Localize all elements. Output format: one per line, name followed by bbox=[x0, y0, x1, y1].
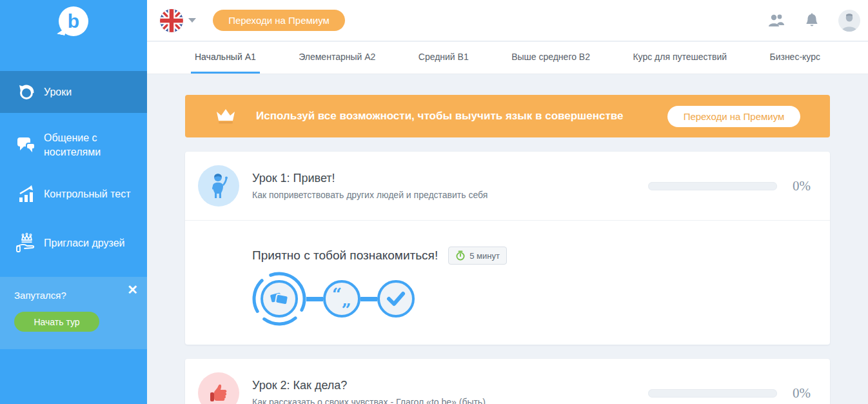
tab-intermediate-b1[interactable]: Средний B1 bbox=[415, 42, 473, 74]
sidebar-item-conversations[interactable]: Общение с носителями bbox=[0, 128, 147, 162]
language-flag-icon[interactable] bbox=[160, 9, 183, 32]
level-tabs: Начальный A1 Элементарный A2 Средний B1 … bbox=[147, 42, 868, 74]
sidebar-item-invite-friends[interactable]: Пригласи друзей bbox=[0, 227, 147, 260]
logo-letter: b bbox=[68, 12, 79, 31]
tab-travel-course[interactable]: Курс для путешествий bbox=[629, 42, 731, 74]
close-icon[interactable]: ✕ bbox=[127, 282, 138, 298]
friends-icon[interactable] bbox=[767, 14, 785, 28]
step-connector bbox=[360, 297, 377, 301]
lesson-1-card: Урок 1: Привет! Как поприветствовать дру… bbox=[185, 152, 830, 345]
chart-arrow-icon bbox=[15, 185, 37, 204]
lesson-subtitle: Как поприветствовать других людей и пред… bbox=[252, 190, 488, 200]
logo[interactable]: b bbox=[0, 0, 147, 71]
unit-title: Приятно с тобой познакомиться! bbox=[252, 248, 438, 263]
main-content: Используй все возможности, чтобы выучить… bbox=[147, 74, 868, 404]
hand-crown-icon bbox=[15, 232, 37, 254]
review-step[interactable] bbox=[377, 280, 415, 318]
lesson-subtitle: Как рассказать о своих чувствах - Глагол… bbox=[252, 397, 486, 404]
crown-icon bbox=[215, 108, 237, 125]
top-bar: Переходи на Премиум bbox=[147, 0, 868, 41]
chat-bubbles-icon bbox=[15, 136, 37, 154]
duration-badge: 5 минут bbox=[448, 247, 507, 265]
lesson-1-expanded: Приятно с тобой познакомиться! 5 минут bbox=[185, 221, 830, 345]
progress-bar bbox=[648, 182, 777, 190]
tab-beginner-a1[interactable]: Начальный A1 bbox=[191, 42, 260, 74]
lesson-2-header[interactable]: Урок 2: Как дела? Как рассказать о своих… bbox=[185, 359, 830, 404]
premium-banner: Используй все возможности, чтобы выучить… bbox=[185, 95, 830, 137]
dialogue-step[interactable]: “„ bbox=[323, 280, 360, 318]
tab-business-course[interactable]: Бизнес-курс bbox=[765, 42, 824, 74]
sidebar-item-label: Пригласи друзей bbox=[44, 236, 124, 250]
topbar-right-icons bbox=[767, 10, 868, 32]
tour-question: Запутался? bbox=[14, 290, 133, 301]
lesson-steps: “„ bbox=[252, 272, 830, 326]
sidebar-item-label: Общение с носителями bbox=[44, 131, 137, 159]
step-connector bbox=[306, 297, 323, 301]
progress-bar bbox=[648, 389, 777, 398]
lesson-1-header[interactable]: Урок 1: Привет! Как поприветствовать дру… bbox=[185, 152, 830, 220]
banner-text: Используй все возможности, чтобы выучить… bbox=[256, 110, 623, 123]
lesson-title: Урок 2: Как дела? bbox=[252, 379, 486, 392]
waving-person-icon bbox=[198, 165, 239, 207]
sidebar-item-label: Контрольный тест bbox=[44, 187, 131, 201]
checkmark-icon bbox=[386, 291, 406, 307]
duration-label: 5 минут bbox=[469, 251, 500, 261]
premium-button[interactable]: Переходи на Премиум bbox=[213, 10, 345, 31]
progress-value: 0% bbox=[793, 178, 811, 194]
flashcards-step[interactable] bbox=[252, 272, 306, 326]
notifications-bell-icon[interactable] bbox=[805, 13, 819, 28]
progress-value: 0% bbox=[793, 385, 811, 401]
quotes-icon: “„ bbox=[332, 289, 351, 308]
lesson-title: Урок 1: Привет! bbox=[252, 172, 488, 185]
sidebar-item-placement-test[interactable]: Контрольный тест bbox=[0, 177, 147, 211]
flashcards-icon bbox=[268, 289, 290, 308]
sidebar: b Уроки Общение с носителями bbox=[0, 0, 147, 404]
chevron-down-icon[interactable] bbox=[188, 18, 196, 23]
thumbs-up-icon bbox=[198, 372, 239, 404]
tab-elementary-a2[interactable]: Элементарный A2 bbox=[295, 42, 379, 74]
profile-avatar[interactable] bbox=[838, 10, 860, 32]
clock-icon bbox=[455, 250, 466, 261]
tour-panel: ✕ Запутался? Начать тур bbox=[0, 277, 147, 349]
sidebar-item-label: Уроки bbox=[44, 85, 72, 99]
busuu-logo-icon: b bbox=[59, 6, 88, 36]
lessons-globe-icon bbox=[15, 83, 37, 102]
start-tour-button[interactable]: Начать тур bbox=[14, 312, 99, 332]
lesson-2-card: Урок 2: Как дела? Как рассказать о своих… bbox=[185, 359, 830, 404]
banner-premium-button[interactable]: Переходи на Премиум bbox=[667, 106, 800, 127]
tab-upper-intermediate-b2[interactable]: Выше среднего B2 bbox=[508, 42, 594, 74]
sidebar-item-lessons[interactable]: Уроки bbox=[0, 71, 147, 113]
